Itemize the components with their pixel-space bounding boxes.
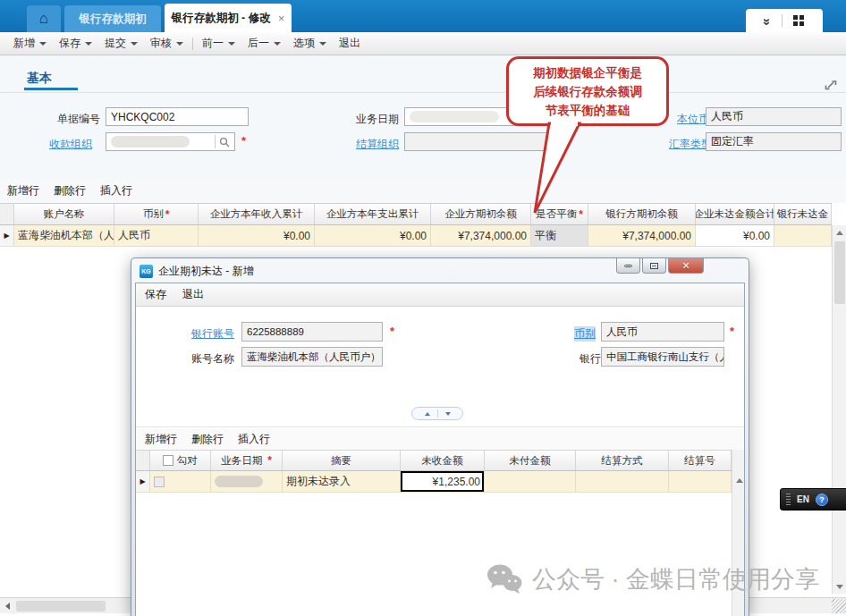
kingdee-logo-icon: KG [140,265,153,278]
redacted-value [215,476,263,487]
dialog-insert-row-button[interactable]: 插入行 [238,432,270,447]
windows-language-bar[interactable]: EN ? [780,488,846,511]
base-currency-field[interactable]: 人民币 [706,107,842,126]
audit-button[interactable]: 审核 [144,33,190,54]
rate-type-field[interactable]: 固定汇率 [706,132,842,151]
receiving-org-field[interactable] [106,132,235,151]
exit-button[interactable]: 退出 [333,33,367,54]
col-summary[interactable]: 摘要 [283,451,401,470]
scroll-left-button[interactable] [0,599,14,613]
drag-handle-icon[interactable] [786,494,791,506]
tab-bank-deposit-opening-edit[interactable]: 银行存款期初 - 修改 × [165,4,292,32]
col-ent-opening-balance[interactable]: 企业方期初余额 [431,204,531,224]
collapse-down-icon[interactable] [445,412,451,416]
col-ent-unreached-total[interactable]: 企业未达金额合计 [696,204,774,224]
save-button[interactable]: 保存 [53,33,98,54]
dialog-currency-field[interactable]: 人民币 [601,322,724,342]
col-ytd-expense[interactable]: 企业方本年支出累计 [315,204,431,224]
next-button[interactable]: 后一 [241,33,287,54]
cell-check[interactable] [150,471,211,492]
dialog-save-button[interactable]: 保存 [145,287,166,302]
submit-button[interactable]: 提交 [98,33,144,54]
options-button[interactable]: 选项 [287,33,333,54]
scroll-up-button[interactable] [732,473,745,487]
language-indicator[interactable]: EN [797,494,809,504]
dialog-currency-label[interactable]: 币别 [574,326,596,342]
col-unpaid-amount[interactable]: 未付金额 [485,451,576,470]
divider [136,426,744,427]
new-button[interactable]: 新增 [7,33,53,54]
help-icon[interactable]: ? [816,494,828,506]
scrollbar-thumb[interactable] [834,241,845,304]
grid-vertical-scrollbar[interactable] [832,225,846,594]
toolbar-separator [192,38,193,50]
top-right-controls: » [746,9,823,32]
resize-grip[interactable] [832,599,846,613]
col-bank-opening-balance[interactable]: 银行方期初余额 [588,204,696,224]
col-bank-unreached[interactable]: 银行未达金 [774,204,832,224]
cell-ytd-expense[interactable]: ¥0.00 [315,225,431,246]
dialog-add-row-button[interactable]: 新增行 [145,432,177,447]
cell-settlement-no[interactable] [669,471,732,492]
dialog-exit-button[interactable]: 退出 [182,287,204,302]
settlement-org-label[interactable]: 结算组织 [356,137,399,152]
doc-no-field[interactable]: YHCKQC002 [106,107,249,126]
cell-currency[interactable]: 人民币 [114,225,199,246]
col-currency[interactable]: 币别* [114,204,199,224]
close-button[interactable]: ✕ [668,258,704,274]
cell-settlement-method[interactable] [576,471,669,492]
bank-account-field[interactable]: 6225888889 [241,322,383,342]
collapse-tabs-icon[interactable]: » [761,18,774,23]
dialog-toolbar: 保存 退出 [136,283,744,307]
col-settlement-no[interactable]: 结算号 [669,451,732,470]
previous-button[interactable]: 前一 [196,33,241,54]
scroll-down-button[interactable] [833,579,846,594]
minimize-button[interactable] [616,258,640,274]
lookup-button[interactable] [215,135,230,148]
cell-balanced[interactable]: 平衡 [531,225,588,246]
divider [782,14,783,27]
add-row-button[interactable]: 新增行 [7,183,39,198]
cell-ytd-income[interactable]: ¥0.00 [199,225,315,246]
search-icon [219,137,230,148]
row-checkbox[interactable] [154,477,165,487]
dialog-delete-row-button[interactable]: 删除行 [191,432,224,447]
tab-home[interactable]: ⌂ [27,5,61,32]
cell-ent-opening-balance[interactable]: ¥7,374,000.00 [431,225,531,246]
bank-account-label[interactable]: 银行账号 [191,326,234,342]
collapse-up-icon[interactable] [425,412,430,416]
maximize-button[interactable] [642,258,666,274]
account-name-field[interactable]: 蓝海柴油机本部（人民币户） [241,347,383,367]
cell-unpaid-amount[interactable] [485,471,576,492]
select-all-checkbox[interactable] [163,455,173,466]
scroll-up-button[interactable] [833,225,846,240]
tab-bank-deposit-opening[interactable]: 银行存款期初 [64,5,161,32]
col-ytd-income[interactable]: 企业方本年收入累计 [199,204,315,224]
col-biz-date[interactable]: 业务日期* [211,451,283,470]
required-marker: * [241,134,246,148]
scrollbar-thumb[interactable] [16,601,106,612]
cell-bank-unreached[interactable] [774,225,832,246]
col-check[interactable]: 勾对 [150,451,211,470]
cell-summary[interactable]: 期初未达录入 [283,471,401,492]
col-settlement-method[interactable]: 结算方式 [576,451,669,470]
col-uncollected-amount[interactable]: 未收金额 [401,451,485,470]
dialog-grid-row[interactable]: ▶ 期初未达录入 ¥1,235.00 [136,471,732,493]
cell-biz-date[interactable] [211,471,283,492]
receiving-org-label[interactable]: 收款组织 [49,137,92,152]
bank-field[interactable]: 中国工商银行南山支行（人民币 [601,347,724,367]
grid-data-row[interactable]: ▶ 蓝海柴油机本部（人民 人民币 ¥0.00 ¥0.00 ¥7,374,000.… [0,225,832,247]
expand-panel-icon[interactable] [823,77,839,93]
collapse-expand-control[interactable] [411,407,463,420]
tab-basic[interactable]: 基本 [27,71,52,87]
col-account-name[interactable]: 账户名称 [14,204,114,224]
cell-bank-opening-balance[interactable]: ¥7,374,000.00 [588,225,696,246]
tab-close-icon[interactable]: × [278,12,285,25]
cell-ent-unreached-total[interactable]: ¥0.00 [696,225,774,246]
cell-account-name[interactable]: 蓝海柴油机本部（人民 [14,225,114,246]
app-menu-grid-icon[interactable] [793,15,804,26]
delete-row-button[interactable]: 删除行 [54,183,86,198]
insert-row-button[interactable]: 插入行 [100,183,132,198]
base-currency-label[interactable]: 本位币 [677,112,709,127]
cell-uncollected-amount-selected[interactable]: ¥1,235.00 [401,471,485,492]
